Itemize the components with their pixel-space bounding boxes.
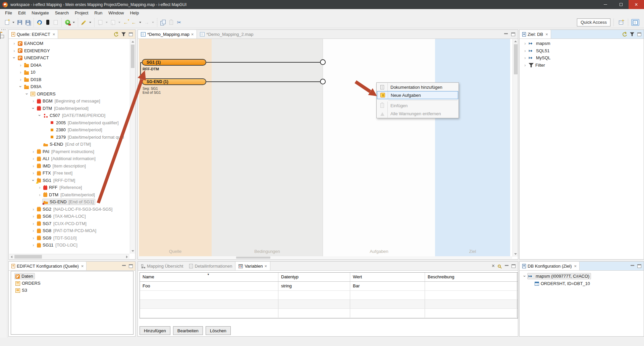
expand-icon[interactable] — [37, 192, 42, 197]
maximize-panel-icon[interactable] — [129, 32, 133, 36]
menu-window[interactable]: Window — [105, 10, 127, 16]
source-item-orders[interactable]: ORDERS — [9, 90, 129, 98]
clear-icon[interactable] — [492, 263, 495, 269]
mapgui-perspective-button[interactable] — [631, 19, 639, 26]
column-header-wert[interactable]: Wert — [350, 273, 425, 281]
editor-vertical-scrollbar[interactable] — [513, 39, 518, 257]
collapse-icon[interactable] — [522, 274, 527, 279]
connector-port-sg1[interactable] — [320, 59, 326, 65]
source-item-sg6[interactable]: SG6[TAX-MOA-LOC] — [9, 213, 129, 220]
bearbeiten-button[interactable]: Bearbeiten — [173, 326, 203, 335]
expand-icon[interactable] — [523, 41, 528, 46]
menu-navigate[interactable]: Navigate — [29, 10, 52, 16]
mark-occurrences-dropdown[interactable] — [88, 18, 93, 26]
menu-file[interactable]: File — [2, 10, 15, 16]
column-header-datentyp[interactable]: Datentyp — [278, 273, 350, 281]
source-item-rff[interactable]: RFF[Reference] — [9, 184, 129, 191]
cut-button[interactable] — [175, 18, 183, 26]
tab-db-konfiguration[interactable]: DB Konfiguration (Ziel) — [520, 262, 580, 270]
last-edit-location-button[interactable] — [122, 18, 130, 26]
expand-icon[interactable] — [31, 98, 36, 103]
tab-variablen[interactable]: Variablen — [235, 262, 270, 270]
source-item-pai[interactable]: PAI[Payment instructions] — [9, 148, 129, 155]
collapse-icon[interactable] — [18, 84, 23, 89]
expand-icon[interactable] — [523, 48, 528, 53]
source-item-sg1[interactable]: SG1[RFF-DTM] — [9, 177, 129, 184]
source-item-2380[interactable]: 2380[Date/time/period] — [9, 126, 129, 134]
maximize-button[interactable] — [613, 0, 629, 9]
minimize-panel-icon[interactable] — [504, 33, 508, 34]
source-vertical-scrollbar[interactable] — [130, 39, 135, 254]
source-item-sg-end[interactable]: SG-END[End of SG1] — [9, 198, 129, 206]
node-sg-end[interactable]: SG-END (1) — [142, 78, 206, 85]
tab-demo-mapping-2[interactable]: *Demo_Mapping_2.map — [197, 30, 256, 39]
source-item-sg11[interactable]: SG11[TOD-LOC] — [9, 241, 129, 249]
source-item-eancom[interactable]: EANCOM — [9, 40, 129, 47]
expand-icon[interactable] — [37, 185, 42, 190]
maximize-panel-icon[interactable] — [512, 264, 516, 268]
source-item-edienergy[interactable]: EDIENERGY — [9, 47, 129, 55]
dbconfig-item-mapsm-i009777t-c-aco[interactable]: ↦mapsm (I009777T, C#ACO) — [520, 273, 644, 280]
drag-handle[interactable] — [1, 29, 6, 30]
source-item-dtm[interactable]: DTM[Date/time/period] — [9, 105, 129, 112]
menu-help[interactable]: Help — [127, 10, 142, 16]
tab-ziel-db[interactable]: Ziel: DB — [520, 30, 551, 39]
expand-icon[interactable] — [12, 41, 17, 46]
scroll-right-icon[interactable] — [124, 254, 129, 259]
minimize-button[interactable] — [598, 0, 613, 9]
collapse-icon[interactable] — [24, 91, 30, 96]
forward-button[interactable] — [143, 18, 151, 26]
search-icon[interactable] — [498, 265, 501, 268]
scroll-down-icon[interactable] — [513, 252, 518, 257]
source-item-sg8[interactable]: SG8[PAT-DTM-PCD-MOA] — [9, 227, 129, 234]
tab-quelle-edifact[interactable]: Quelle: EDIFACT — [9, 30, 58, 39]
config-item-orders[interactable]: ORDERS — [11, 280, 133, 287]
hinzuf-gen-button[interactable]: Hinzufügen — [140, 326, 170, 335]
document-view-icon[interactable] — [0, 32, 1, 39]
close-button[interactable] — [629, 0, 644, 9]
filter-icon[interactable] — [630, 32, 634, 37]
mapping-canvas[interactable]: Quelle Bedingungen Aufgaben Ziel SG1 (1)… — [138, 39, 518, 257]
collapse-icon[interactable] — [31, 106, 36, 111]
refresh-button[interactable] — [36, 18, 44, 26]
expand-icon[interactable] — [31, 221, 36, 226]
menu-run[interactable]: Run — [91, 10, 105, 16]
link-with-editor-icon[interactable] — [622, 31, 628, 37]
collapse-icon[interactable] — [37, 113, 42, 118]
expand-icon[interactable] — [31, 156, 36, 161]
column-header-beschreibung[interactable]: Beschreibung — [425, 273, 517, 281]
connector-port-sg-end[interactable] — [320, 79, 326, 84]
close-tab-icon[interactable] — [574, 264, 577, 269]
paste-button[interactable] — [167, 18, 175, 26]
maximize-panel-icon[interactable] — [129, 264, 133, 268]
expand-icon[interactable] — [31, 235, 36, 240]
run-dropdown[interactable] — [71, 18, 76, 26]
expand-icon[interactable] — [31, 243, 36, 248]
scrollbar-thumb[interactable] — [236, 257, 270, 259]
scroll-up-icon[interactable] — [130, 39, 135, 44]
console-button[interactable] — [44, 18, 52, 26]
menu-item-neue-aufgaben[interactable]: Neue Aufgaben — [377, 91, 458, 99]
new-wizard-dropdown[interactable] — [11, 18, 16, 26]
quick-access-button[interactable]: Quick Access — [577, 18, 610, 26]
close-tab-icon[interactable] — [191, 32, 194, 37]
expand-icon[interactable] — [31, 170, 36, 176]
dbconfig-item-ordersht-id-dbt-10[interactable]: ORDERSHT, ID=DBT_10 — [520, 280, 644, 287]
minimize-panel-icon[interactable] — [505, 265, 508, 266]
scroll-down-icon[interactable] — [130, 249, 135, 254]
open-perspective-button[interactable] — [617, 18, 625, 26]
source-item-c507[interactable]: C507[DATE/TIME/PERIOD] — [9, 112, 129, 119]
source-horizontal-scrollbar[interactable] — [9, 254, 129, 259]
close-tab-icon[interactable] — [53, 32, 55, 37]
minimize-panel-icon[interactable] — [122, 265, 126, 266]
source-item-sg7[interactable]: SG7[CUX-PCD-DTM] — [9, 220, 129, 227]
maximize-panel-icon[interactable] — [637, 264, 641, 268]
scrollbar-thumb[interactable] — [131, 45, 135, 68]
source-item-ali[interactable]: ALI[Additional information] — [9, 155, 129, 162]
source-item-10[interactable]: 10 — [9, 69, 129, 76]
menu-project[interactable]: Project — [72, 10, 91, 16]
l-schen-button[interactable]: Löschen — [206, 326, 231, 335]
source-item-ftx[interactable]: FTX[Free text] — [9, 169, 129, 177]
expand-icon[interactable] — [31, 207, 36, 212]
tab-demo-mapping[interactable]: *Demo_Mapping.map — [138, 30, 197, 39]
